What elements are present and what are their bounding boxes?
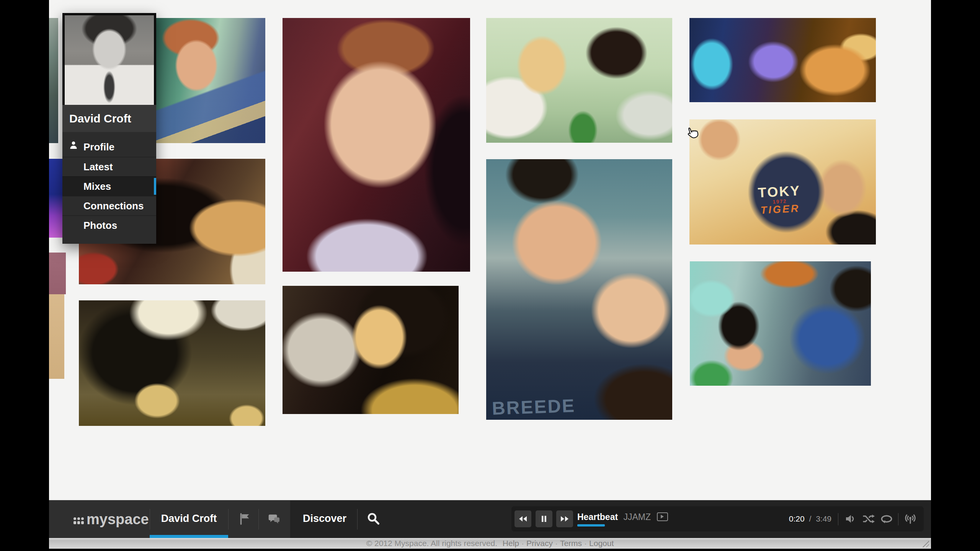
menu-item-label: Connections xyxy=(83,200,144,212)
photo-thumbnail[interactable] xyxy=(49,253,66,294)
search-icon[interactable] xyxy=(366,512,380,525)
photo-grid: BREEDE TOKY 1972 TIGER David Croft xyxy=(49,0,931,549)
track-title[interactable]: Heartbeat xyxy=(577,512,618,522)
menu-item-latest[interactable]: Latest xyxy=(62,157,156,176)
menu-item-label: Photos xyxy=(83,220,117,231)
active-item-indicator xyxy=(154,178,156,195)
photo-thumbnail[interactable] xyxy=(49,294,64,379)
track-artist[interactable]: JJAMZ xyxy=(624,512,651,522)
tab-profile[interactable]: David Croft xyxy=(150,500,228,538)
profile-card: David Croft Profile Latest Mixes xyxy=(62,13,156,244)
footer-separator: · xyxy=(584,539,587,548)
divider xyxy=(258,509,259,530)
footer-link-logout[interactable]: Logout xyxy=(589,539,614,548)
photo-thumbnail[interactable]: BREEDE xyxy=(486,159,672,420)
photo-thumbnail[interactable] xyxy=(689,18,876,102)
divider xyxy=(228,509,229,530)
page: BREEDE TOKY 1972 TIGER David Croft xyxy=(0,0,980,551)
myspace-logo-text: myspace xyxy=(87,511,149,528)
broadcast-icon[interactable] xyxy=(904,512,917,525)
time-duration: 3:49 xyxy=(816,514,831,523)
menu-item-connections[interactable]: Connections xyxy=(62,196,156,215)
myspace-dots-icon xyxy=(74,517,84,524)
photo-thumbnail[interactable] xyxy=(283,18,470,272)
profile-avatar[interactable] xyxy=(65,15,154,105)
copyright-text: © 2012 Myspace. All rights reserved. xyxy=(366,539,497,548)
footer-separator: · xyxy=(555,539,558,548)
profile-name: David Croft xyxy=(62,105,156,132)
chat-icon[interactable] xyxy=(267,512,281,526)
myspace-logo[interactable]: myspace xyxy=(74,511,149,528)
tab-discover[interactable]: Discover xyxy=(303,500,345,538)
menu-item-label: Profile xyxy=(83,141,114,153)
flag-icon[interactable] xyxy=(238,512,252,526)
time-display: 0:20 / 3:49 xyxy=(778,506,831,531)
previous-button[interactable] xyxy=(514,510,531,527)
photo-thumbnail[interactable] xyxy=(690,261,871,386)
photo-thumbnail[interactable] xyxy=(283,286,459,414)
photo-thumbnail[interactable] xyxy=(486,18,672,143)
menu-item-label: Latest xyxy=(83,161,113,173)
now-playing: Heartbeat JJAMZ xyxy=(577,512,668,522)
photo-shirt-text: BREEDE xyxy=(492,395,576,419)
active-tab-underline xyxy=(150,535,228,538)
resize-grip[interactable] xyxy=(921,540,929,547)
profile-menu: Profile Latest Mixes Connections Photos xyxy=(62,132,156,244)
music-player: Heartbeat JJAMZ 0:20 / 3:49 xyxy=(511,506,924,531)
menu-item-label: Mixes xyxy=(83,181,111,192)
photo-thumbnail[interactable] xyxy=(79,300,265,426)
photo-thumbnail[interactable] xyxy=(49,18,58,143)
divider xyxy=(357,509,358,530)
repeat-icon[interactable] xyxy=(880,512,893,525)
menu-item-profile[interactable]: Profile xyxy=(62,132,156,157)
bottom-bar: myspace David Croft Discover xyxy=(49,500,931,538)
photo-thumbnail[interactable]: TOKY 1972 TIGER xyxy=(689,119,876,245)
footer-link-help[interactable]: Help xyxy=(503,539,519,548)
divider xyxy=(898,513,898,525)
menu-item-mixes[interactable]: Mixes xyxy=(62,176,156,196)
volume-icon[interactable] xyxy=(844,512,857,525)
shuffle-icon[interactable] xyxy=(862,512,875,525)
menu-item-photos[interactable]: Photos xyxy=(62,215,156,235)
person-icon xyxy=(69,140,78,150)
time-elapsed: 0:20 xyxy=(789,514,805,523)
divider xyxy=(838,513,838,525)
pause-button[interactable] xyxy=(536,510,552,527)
footer: © 2012 Myspace. All rights reserved. Hel… xyxy=(49,538,931,549)
progress-bar[interactable] xyxy=(577,524,605,527)
video-icon[interactable] xyxy=(657,512,668,521)
footer-link-terms[interactable]: Terms xyxy=(560,539,582,548)
next-button[interactable] xyxy=(556,510,573,527)
footer-separator: · xyxy=(521,539,524,548)
photo-tshirt-text: TOKY 1972 TIGER xyxy=(758,183,802,216)
footer-link-privacy[interactable]: Privacy xyxy=(526,539,553,548)
time-separator: / xyxy=(809,514,811,523)
